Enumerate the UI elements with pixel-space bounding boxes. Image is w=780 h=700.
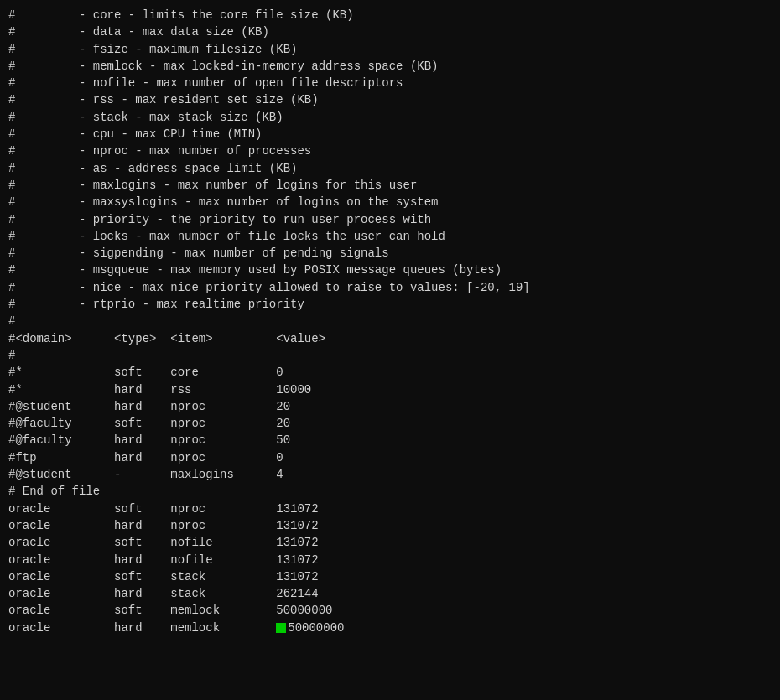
code-line: oracle hard memlock 50000000 <box>8 620 772 636</box>
code-line: #ftp hard nproc 0 <box>8 449 772 466</box>
code-line: # <box>8 313 772 329</box>
code-line: # - priority - the priority to run user … <box>8 211 772 228</box>
code-line: #* hard rss 10000 <box>8 381 772 398</box>
code-line: # - core - limits the core file size (KB… <box>8 7 772 23</box>
code-line: # End of file <box>8 483 772 500</box>
code-line: # - rtprio - max realtime priority <box>8 296 772 313</box>
code-line: #@faculty hard nproc 50 <box>8 432 772 449</box>
code-line: oracle soft memlock 50000000 <box>8 602 772 619</box>
code-line: #<domain> <type> <item> <value> <box>8 330 772 347</box>
code-line: #@student hard nproc 20 <box>8 398 772 415</box>
green-indicator <box>276 623 286 633</box>
code-line: # - rss - max resident set size (KB) <box>8 91 772 108</box>
code-line: oracle hard stack 262144 <box>8 585 772 602</box>
code-line: # - as - address space limit (KB) <box>8 160 772 177</box>
code-line: # - cpu - max CPU time (MIN) <box>8 126 772 143</box>
code-line: # - sigpending - max number of pending s… <box>8 245 772 262</box>
code-content: # - core - limits the core file size (KB… <box>8 7 772 636</box>
code-line: # - fsize - maximum filesize (KB) <box>8 41 772 58</box>
code-line: # - nofile - max number of open file des… <box>8 75 772 91</box>
code-line: oracle soft nproc 131072 <box>8 500 772 517</box>
code-line: oracle hard nproc 131072 <box>8 517 772 534</box>
code-line: # - stack - max stack size (KB) <box>8 109 772 126</box>
code-line: oracle hard nofile 131072 <box>8 552 772 568</box>
code-line: oracle soft nofile 131072 <box>8 534 772 551</box>
code-line: # - data - max data size (KB) <box>8 23 772 40</box>
code-line: #* soft core 0 <box>8 364 772 381</box>
code-line: # - maxsyslogins - max number of logins … <box>8 194 772 210</box>
code-line: # - memlock - max locked-in-memory addre… <box>8 58 772 75</box>
code-line: # - msgqueue - max memory used by POSIX … <box>8 262 772 278</box>
code-line: # <box>8 347 772 364</box>
code-line: #@student - maxlogins 4 <box>8 466 772 483</box>
code-line: # - nice - max nice priority allowed to … <box>8 279 772 296</box>
code-line: # - nproc - max number of processes <box>8 143 772 159</box>
code-line: #@faculty soft nproc 20 <box>8 415 772 432</box>
code-line: # - maxlogins - max number of logins for… <box>8 177 772 194</box>
code-line: # - locks - max number of file locks the… <box>8 228 772 245</box>
code-line: oracle soft stack 131072 <box>8 568 772 585</box>
